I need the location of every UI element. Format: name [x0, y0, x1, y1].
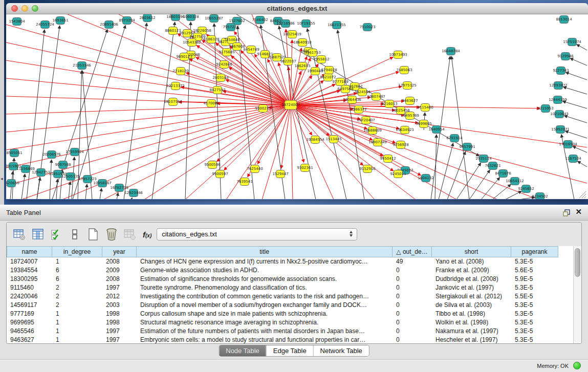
graph-node[interactable]: 7986372: [351, 106, 366, 114]
graph-node[interactable]: 9857991: [459, 143, 475, 151]
cell-year[interactable]: 2008: [102, 275, 137, 283]
cell-year[interactable]: 1997: [102, 283, 137, 292]
graph-node[interactable]: 10654112: [506, 178, 524, 185]
column-header-pagerank[interactable]: pagerank: [511, 246, 558, 257]
cell-pagerank[interactable]: 5.6E-5: [511, 266, 558, 275]
cell-short[interactable]: Stergiakouli et al. (2012): [432, 292, 511, 301]
cell-title[interactable]: Investigating the contribution of common…: [137, 292, 393, 301]
graph-node[interactable]: 7625440: [247, 165, 263, 173]
cell-year[interactable]: 2012: [102, 292, 137, 301]
table-row[interactable]: 2242004622012Investigating the contribut…: [7, 292, 573, 301]
cell-pagerank[interactable]: 5.5E-5: [511, 292, 558, 301]
cell-pagerank[interactable]: 5.3E-5: [511, 301, 558, 310]
graph-node[interactable]: 18640910: [293, 39, 312, 47]
table-select-dropdown[interactable]: citations_edges.txt: [157, 228, 357, 240]
graph-node[interactable]: 10655287: [205, 15, 223, 23]
graph-node[interactable]: 2803144: [212, 74, 229, 82]
table-row[interactable]: 911546021997Tourette syndrome. Phenomeno…: [7, 283, 573, 292]
graph-node[interactable]: 7955812: [313, 56, 329, 63]
graph-node[interactable]: 12213372: [166, 82, 185, 90]
graph-node[interactable]: 20891406: [100, 21, 118, 29]
graph-node[interactable]: 10688609: [363, 127, 382, 135]
cell-title[interactable]: Embryonic stem cells: a model to study s…: [137, 336, 393, 344]
cell-name[interactable]: 9115460: [7, 283, 52, 292]
cell-out_de[interactable]: 0: [393, 310, 432, 318]
cell-short[interactable]: Jankovic et al. (1997): [432, 283, 511, 292]
cell-year[interactable]: 1997: [102, 336, 137, 344]
graph-node[interactable]: 1167534: [565, 155, 581, 163]
cell-pagerank[interactable]: 5.3E-5: [511, 327, 558, 336]
cell-name[interactable]: 18724007: [7, 257, 52, 266]
cell-in_degree[interactable]: 2: [52, 283, 102, 292]
cell-short[interactable]: Hescheler et al. (1997): [432, 336, 511, 344]
graph-node[interactable]: 7510023: [359, 24, 375, 31]
graph-node[interactable]: 18603196: [166, 14, 185, 21]
cell-out_de[interactable]: 0: [393, 266, 432, 275]
column-header-short[interactable]: short: [432, 246, 511, 257]
graph-node[interactable]: 2935114: [475, 155, 492, 163]
cell-title[interactable]: Corpus callosum shape and size in male p…: [137, 310, 393, 318]
cell-out_de[interactable]: 0: [393, 301, 432, 310]
cell-pagerank[interactable]: 5.9E-5: [511, 275, 558, 283]
column-header-out_de[interactable]: △ out_de…: [393, 246, 432, 257]
graph-node[interactable]: 8186328: [203, 36, 219, 43]
cell-pagerank[interactable]: 5.3E-5: [511, 310, 558, 318]
graph-node[interactable]: 2718120: [172, 68, 188, 75]
cell-name[interactable]: 14569117: [7, 301, 52, 310]
tab-network-table[interactable]: Network Table: [313, 345, 369, 356]
cell-pagerank[interactable]: 5.3E-5: [511, 318, 558, 327]
graph-node[interactable]: 9302361: [297, 164, 313, 172]
graph-node[interactable]: 20206576: [42, 151, 61, 159]
graph-node[interactable]: 9227343: [553, 67, 569, 75]
cell-title[interactable]: Estimation of the future numbers of pati…: [137, 327, 393, 336]
graph-node[interactable]: 15751074: [563, 38, 581, 46]
cell-in_degree[interactable]: 2: [52, 292, 102, 301]
new-column-icon[interactable]: [85, 227, 101, 242]
graph-node[interactable]: 6791914: [446, 135, 463, 142]
cell-year[interactable]: 2008: [102, 257, 137, 266]
column-settings-icon[interactable]: [12, 227, 27, 242]
close-panel-icon[interactable]: ✕: [575, 207, 582, 216]
graph-node[interactable]: 9500597: [212, 170, 228, 178]
graph-node[interactable]: 1604132: [418, 174, 433, 182]
cell-title[interactable]: Estimation of significance thresholds fo…: [137, 275, 393, 283]
graph-node[interactable]: 6794028: [321, 67, 337, 74]
cell-year[interactable]: 1997: [102, 327, 137, 336]
graph-node[interactable]: 9097588: [55, 161, 71, 169]
graph-node[interactable]: 7632621: [485, 162, 500, 170]
cell-name[interactable]: 18300295: [7, 275, 52, 283]
cell-pagerank[interactable]: 5.3E-5: [511, 283, 558, 292]
cell-name[interactable]: 9463627: [7, 336, 52, 344]
graph-node[interactable]: 24055724: [36, 21, 54, 29]
graph-node[interactable]: 9463627: [402, 97, 418, 105]
graph-node[interactable]: 8471676: [495, 170, 511, 178]
delete-column-icon[interactable]: [104, 227, 119, 242]
cell-name[interactable]: 22420046: [7, 292, 52, 301]
cell-out_de[interactable]: 49: [393, 257, 432, 266]
graph-node[interactable]: 9115460: [417, 104, 433, 112]
graph-node[interactable]: 19384554: [306, 136, 324, 144]
cell-title[interactable]: Structural magnetic resonance image aver…: [137, 318, 393, 327]
network-window-titlebar[interactable]: citations_edges.txt: [6, 3, 588, 14]
graph-node[interactable]: 18107554: [164, 98, 182, 106]
cell-short[interactable]: Tibbo et al. (1998): [432, 310, 511, 318]
table-row[interactable]: 969969511998Structural magnetic resonanc…: [7, 318, 573, 327]
cell-in_degree[interactable]: 6: [52, 266, 102, 275]
cell-pagerank[interactable]: 5.3E-5: [511, 257, 558, 266]
graph-node[interactable]: 7546402: [252, 16, 268, 24]
graph-node[interactable]: 10719155: [297, 20, 315, 28]
cell-short[interactable]: Franke et al. (2009): [432, 266, 511, 275]
graph-node[interactable]: 9234502: [532, 193, 548, 200]
cell-in_degree[interactable]: 1: [52, 336, 102, 344]
graph-node[interactable]: 8505051: [6, 149, 22, 157]
graph-node[interactable]: 9450412: [380, 155, 396, 163]
cell-short[interactable]: de Silva et al. (2003): [432, 301, 511, 310]
cell-out_de[interactable]: 0: [393, 275, 432, 283]
cell-pagerank[interactable]: 5.3E-5: [511, 336, 558, 344]
graph-node[interactable]: 9500596: [204, 161, 221, 169]
tab-edge-table[interactable]: Edge Table: [266, 345, 313, 356]
cell-short[interactable]: Yano et al. (2008): [432, 257, 511, 266]
cell-short[interactable]: Nakamura et al. (1997): [432, 327, 511, 336]
graph-node[interactable]: 16648784: [442, 48, 460, 55]
citation-graph[interactable]: 1543804240557241693651208914068973294280…: [6, 14, 587, 199]
